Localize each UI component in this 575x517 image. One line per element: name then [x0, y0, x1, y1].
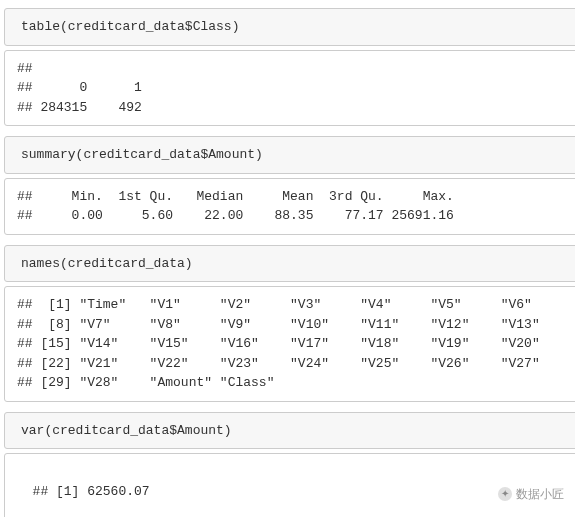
code-text: table(creditcard_data$Class): [21, 19, 239, 34]
code-text: names(creditcard_data): [21, 256, 193, 271]
code-cell-var: var(creditcard_data$Amount): [4, 412, 575, 450]
code-text: summary(creditcard_data$Amount): [21, 147, 263, 162]
watermark-icon: ✦: [498, 487, 512, 501]
output-cell-table: ## ## 0 1 ## 284315 492: [4, 50, 575, 127]
output-cell-names: ## [1] "Time" "V1" "V2" "V3" "V4" "V5" "…: [4, 286, 575, 402]
code-text: var(creditcard_data$Amount): [21, 423, 232, 438]
output-cell-summary: ## Min. 1st Qu. Median Mean 3rd Qu. Max.…: [4, 178, 575, 235]
watermark: ✦数据小匠: [485, 467, 564, 518]
code-cell-names: names(creditcard_data): [4, 245, 575, 283]
watermark-text: 数据小匠: [516, 487, 564, 501]
output-text: ## [1] 62560.07: [33, 484, 150, 499]
code-cell-table: table(creditcard_data$Class): [4, 8, 575, 46]
output-cell-var: ## [1] 62560.07 ✦数据小匠: [4, 453, 575, 517]
code-cell-summary: summary(creditcard_data$Amount): [4, 136, 575, 174]
